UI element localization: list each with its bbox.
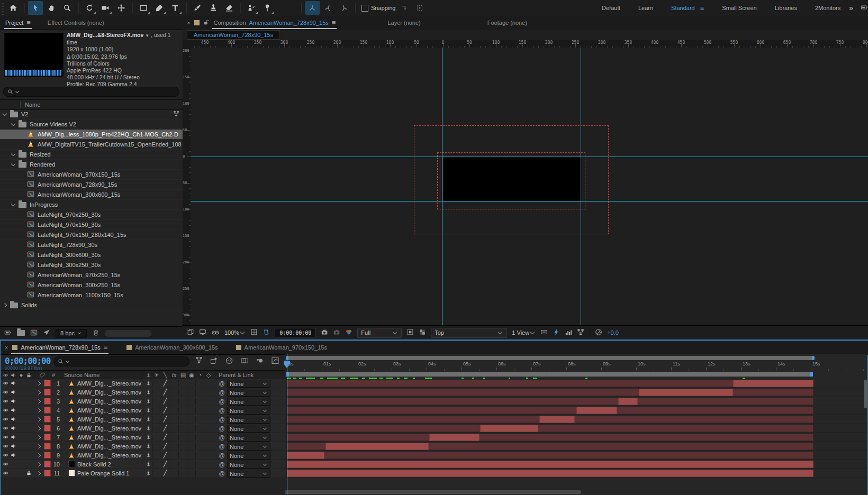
layer-visibility-toggle[interactable]	[2, 469, 9, 477]
layer-audio-toggle[interactable]	[10, 406, 17, 414]
histogram-icon[interactable]	[565, 328, 572, 337]
layer-visibility-toggle[interactable]	[2, 424, 9, 432]
camera-tool[interactable]	[98, 1, 113, 15]
mini-flowchart-icon[interactable]	[195, 356, 203, 365]
parent-link-dropdown[interactable]: None	[227, 443, 270, 451]
horizontal-scrollbar[interactable]	[285, 490, 581, 494]
layer-shy-toggle[interactable]	[144, 469, 152, 477]
layer-bar-row[interactable]	[285, 415, 867, 424]
parent-link-dropdown[interactable]: None	[227, 434, 270, 442]
layer-shy-toggle[interactable]	[144, 379, 152, 387]
footage-name[interactable]: AMW_Dig...&8-StereoFX.mov	[67, 32, 143, 38]
layer-name[interactable]: Pale Orange Solid 1	[77, 469, 143, 477]
layer-name[interactable]: AMW_Dig..._Stereo.mov	[77, 451, 143, 459]
parent-pickwhip-icon[interactable]: @	[218, 406, 226, 414]
parent-pickwhip-icon[interactable]: @	[218, 397, 226, 405]
parent-link-dropdown[interactable]: None	[227, 416, 270, 424]
layer-bar-active-segment[interactable]	[287, 461, 813, 468]
layer-bar-active-segment[interactable]	[539, 416, 575, 423]
layer-bar-active-segment[interactable]	[287, 470, 813, 477]
tree-item-comp[interactable]: AmericanWoman_970x250_15s	[0, 270, 183, 280]
view-axis-mode-button[interactable]	[337, 1, 351, 15]
snapshot-icon[interactable]	[321, 328, 328, 337]
resolution-dropdown[interactable]: Full	[357, 328, 402, 338]
rectangle-tool[interactable]	[136, 1, 151, 15]
layer-name[interactable]: Black Solid 2	[77, 460, 143, 468]
panel-menu-icon[interactable]: ≡	[104, 343, 108, 351]
parent-pickwhip-icon[interactable]: @	[218, 433, 226, 441]
3d-view-dropdown[interactable]: Top	[431, 328, 507, 338]
layer-bar-active-segment[interactable]	[287, 452, 324, 459]
project-columns-header[interactable]: Name	[0, 99, 183, 110]
monitor-icon[interactable]	[199, 328, 206, 337]
parent-link-dropdown[interactable]: None	[227, 389, 270, 397]
timeline-tab[interactable]: AmericanWoman_970x150_15s	[236, 344, 327, 351]
composition-canvas[interactable]	[191, 48, 868, 326]
twirl-icon[interactable]	[11, 151, 15, 155]
layer-bar-row[interactable]	[285, 379, 867, 388]
layer-audio-toggle[interactable]	[10, 424, 17, 432]
layer-shy-toggle[interactable]	[144, 433, 152, 441]
layer-name[interactable]: AMW_Dig..._Stereo.mov	[77, 388, 143, 396]
graph-editor-icon[interactable]	[271, 356, 279, 365]
rotation-tool[interactable]	[82, 1, 97, 15]
roto-brush-tool[interactable]	[244, 1, 259, 15]
layer-row[interactable]: 2AMW_Dig..._Stereo.mov╱@None	[1, 388, 285, 397]
tree-item-comp[interactable]: LateNight_970x150_280x140_15s	[0, 230, 183, 240]
layer-visibility-toggle[interactable]	[2, 442, 9, 450]
layer-visibility-toggle[interactable]	[2, 460, 9, 468]
layer-bar-active-segment[interactable]	[639, 389, 734, 396]
layer-bar-active-segment[interactable]	[480, 425, 538, 432]
flowchart-icon[interactable]	[577, 328, 584, 337]
tree-item-comp[interactable]: LateNight_300x250_30s	[0, 260, 183, 270]
layer-lock-toggle[interactable]	[25, 469, 32, 477]
tree-item-footage[interactable]: AMW_DigitalTV15_TrailerCutdown15_OpenEnd…	[0, 140, 183, 150]
show-snapshot-icon[interactable]	[333, 328, 340, 337]
timeline-tab[interactable]: AmericanWoman_728x90_15s≡	[11, 341, 108, 354]
layer-bar-row[interactable]	[285, 388, 867, 397]
panel-menu-icon[interactable]: ≡	[332, 19, 336, 26]
parent-pickwhip-icon[interactable]: @	[218, 379, 226, 387]
layer-shy-toggle[interactable]	[144, 424, 152, 432]
parent-pickwhip-icon[interactable]: @	[218, 460, 226, 468]
workspace-tab-standard[interactable]: Standard	[671, 5, 695, 11]
layer-name[interactable]: AMW_Dig..._Stereo.mov	[77, 397, 143, 405]
parent-link-dropdown[interactable]: None	[227, 470, 270, 478]
grid-guides-icon[interactable]	[250, 328, 258, 337]
layer-twirl-icon[interactable]	[35, 379, 42, 387]
parent-pickwhip-icon[interactable]: @	[218, 451, 226, 459]
fast-previews-icon[interactable]	[553, 328, 560, 337]
tree-item-comp[interactable]: LateNight_970x250_30s	[0, 210, 183, 220]
tree-item-comp[interactable]: AmericanWoman_300x600_15s	[0, 190, 183, 200]
close-panel-icon[interactable]: ×	[5, 344, 8, 351]
snap-features-icon[interactable]	[412, 1, 427, 15]
layer-audio-toggle[interactable]	[10, 451, 17, 459]
tree-item-comp[interactable]: AmericanWoman_300x250_15s	[0, 280, 183, 290]
layer-visibility-toggle[interactable]	[2, 406, 9, 414]
layer-bar-background[interactable]	[287, 434, 813, 441]
tree-item-comp[interactable]: AmericanWoman_970x150_15s	[0, 170, 183, 180]
layer-twirl-icon[interactable]	[35, 424, 42, 432]
timeline-tab[interactable]: AmericanWoman_300x600_15s	[126, 344, 218, 351]
layer-quality-toggle[interactable]: ╱	[161, 433, 169, 441]
layer-bar-active-segment[interactable]	[326, 443, 429, 450]
layer-row[interactable]: 8AMW_Dig..._Stereo.mov╱@None	[1, 442, 285, 451]
eraser-tool[interactable]	[222, 1, 237, 15]
layer-bar-row[interactable]	[285, 460, 867, 469]
viewer-timecode[interactable]: 0;00;00;00	[275, 328, 316, 337]
layer-twirl-icon[interactable]	[35, 469, 42, 477]
tree-item-comp[interactable]: LateNight_728x90_30s	[0, 240, 183, 250]
twirl-icon[interactable]	[3, 111, 7, 115]
layer-row[interactable]: 11Pale Orange Solid 1╱@None	[1, 469, 285, 478]
layer-twirl-icon[interactable]	[35, 442, 42, 450]
tree-item-folder[interactable]: Solids	[0, 300, 183, 310]
workspace-tab-default[interactable]: Default	[602, 5, 620, 11]
layer-bar-row[interactable]	[285, 451, 867, 460]
footage-dropdown-icon[interactable]: ▼	[145, 33, 149, 38]
color-depth-button[interactable]: 8 bpc	[56, 329, 87, 338]
layer-row[interactable]: 10Black Solid 2╱@None	[1, 460, 285, 469]
layer-shy-toggle[interactable]	[144, 406, 152, 414]
parent-pickwhip-icon[interactable]: @	[218, 388, 226, 396]
selection-tool[interactable]	[28, 1, 43, 15]
timeline-search-input[interactable]	[53, 356, 189, 366]
